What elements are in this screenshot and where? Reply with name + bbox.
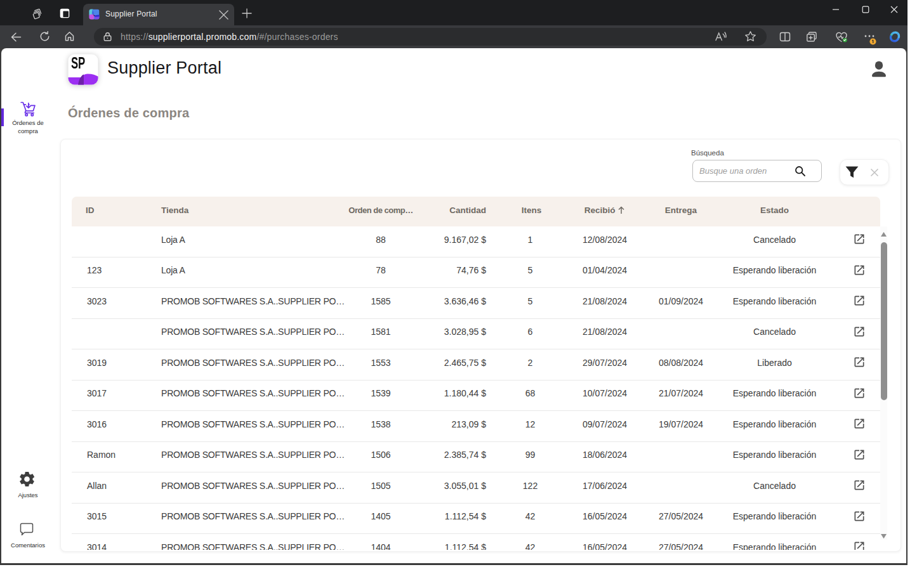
svg-text:SP: SP [71,55,85,72]
